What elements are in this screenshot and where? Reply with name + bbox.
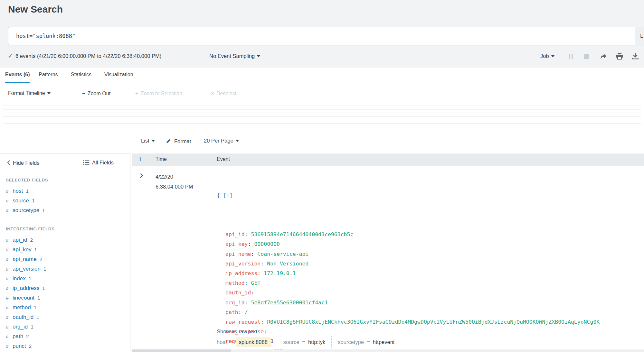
json-value[interactable]: 5e8df7ea55e6300001cf4ac1: [251, 300, 327, 306]
horizontal-scrollbar-thumb[interactable]: [132, 349, 231, 352]
field-item-api_name[interactable]: aapi_name2: [6, 255, 46, 264]
field-name[interactable]: ip_address: [13, 285, 39, 291]
json-key[interactable]: ip_address: [225, 270, 257, 276]
interesting-fields-header: INTERESTING FIELDS: [6, 227, 55, 231]
field-name[interactable]: method: [13, 304, 31, 310]
chevron-down-icon: [257, 55, 260, 57]
job-menu-button[interactable]: Job: [540, 53, 554, 59]
per-page-dropdown[interactable]: 20 Per Page: [204, 138, 239, 144]
per-page-label: 20 Per Page: [204, 138, 233, 144]
field-item-ip_address[interactable]: aip_address1: [6, 283, 46, 293]
hide-fields-button[interactable]: Hide Fields: [7, 159, 40, 166]
json-key[interactable]: method: [225, 280, 245, 286]
json-key[interactable]: api_name: [225, 251, 251, 257]
json-value[interactable]: GET: [251, 280, 260, 286]
event-sampling-dropdown[interactable]: No Event Sampling: [209, 53, 260, 59]
field-item-source[interactable]: asource1: [6, 196, 45, 206]
json-key[interactable]: org_id: [225, 300, 245, 306]
field-item-oauth_id[interactable]: aoauth_id1: [6, 312, 46, 322]
meta-field-value[interactable]: httpevent: [373, 339, 395, 345]
results-tabs: Events (6) Patterns Statistics Visualiza…: [0, 68, 644, 83]
search-input[interactable]: host="splunk:8088": [8, 27, 635, 45]
expand-event-chevron[interactable]: [140, 173, 143, 180]
field-name[interactable]: sourcetype: [13, 207, 39, 213]
json-key[interactable]: api_version: [225, 261, 260, 267]
field-item-api_key[interactable]: #api_key1: [6, 245, 46, 255]
field-count: 2: [30, 237, 33, 243]
field-name[interactable]: host: [13, 188, 23, 194]
field-name[interactable]: source: [13, 198, 29, 204]
equals-sign: =: [367, 339, 370, 345]
tab-events[interactable]: Events (6): [5, 72, 30, 78]
json-value[interactable]: Non Versioned: [267, 261, 308, 267]
field-item-linecount[interactable]: #linecount1: [6, 293, 46, 303]
pause-job-button[interactable]: [569, 54, 574, 60]
field-type-icon: a: [6, 255, 11, 264]
json-collapse-toggle[interactable]: [-]: [223, 192, 233, 199]
deselect-button[interactable]: ×Deselect: [211, 90, 236, 97]
field-name[interactable]: api_key: [13, 246, 32, 253]
field-name[interactable]: api_version: [13, 266, 41, 272]
json-value[interactable]: loan-service-api: [257, 251, 308, 257]
json-field-api_version: api_version: Non Versioned: [217, 259, 600, 269]
all-fields-button[interactable]: All Fields: [83, 159, 114, 166]
json-value[interactable]: R0VUIC8gSFRUUC8xLjENCkhvc3Q6IGxvY2FsaG9z…: [267, 319, 600, 325]
format-results-button[interactable]: Format: [166, 138, 191, 144]
success-check-icon: ✓: [8, 52, 13, 60]
field-type-icon: a: [6, 341, 11, 351]
json-key[interactable]: oauth_id: [225, 290, 251, 296]
json-key[interactable]: path: [225, 309, 238, 315]
json-key[interactable]: raw_request: [225, 319, 260, 325]
tab-visualization[interactable]: Visualization: [104, 72, 133, 78]
field-item-punct[interactable]: apunct2: [6, 341, 46, 351]
json-value[interactable]: 00000000: [254, 241, 279, 247]
horizontal-scrollbar[interactable]: [132, 349, 644, 352]
json-colon: :: [251, 251, 257, 257]
field-count: 1: [42, 285, 45, 291]
json-value[interactable]: /: [245, 309, 248, 315]
field-count: 1: [31, 324, 33, 329]
field-item-api_id[interactable]: aapi_id2: [6, 235, 46, 245]
format-timeline-button[interactable]: Format Timeline: [8, 90, 51, 96]
json-value[interactable]: 536915894e71466440400d3ce963cb5c: [251, 231, 353, 237]
interesting-fields-list: aapi_id2#api_key1aapi_name2aapi_version1…: [6, 235, 46, 351]
json-value[interactable]: 172.19.0.1: [264, 270, 296, 276]
json-field-raw_request: raw_request: R0VUIC8gSFRUUC8xLjENCkhvc3Q…: [217, 317, 600, 327]
show-raw-text-link[interactable]: Show as raw text: [217, 329, 257, 335]
pause-icon: [569, 54, 570, 59]
column-header-time: Time: [156, 156, 167, 162]
field-name[interactable]: org_id: [13, 324, 28, 330]
field-name[interactable]: index: [13, 275, 26, 282]
tab-patterns[interactable]: Patterns: [39, 72, 58, 78]
zoom-to-selection-button[interactable]: +Zoom to Selection: [135, 90, 182, 97]
zoom-out-button[interactable]: −Zoom Out: [82, 90, 110, 97]
tab-statistics[interactable]: Statistics: [71, 72, 91, 78]
field-item-index[interactable]: aindex1: [6, 274, 46, 283]
field-name[interactable]: linecount: [13, 295, 34, 301]
stop-job-button[interactable]: [584, 54, 589, 59]
field-name[interactable]: punct: [13, 343, 26, 349]
field-name[interactable]: oauth_id: [13, 314, 33, 320]
export-button[interactable]: [632, 52, 639, 61]
format-timeline-label: Format Timeline: [8, 90, 45, 96]
field-item-method[interactable]: amethod1: [6, 303, 46, 312]
print-button[interactable]: [616, 52, 623, 61]
meta-field-value[interactable]: http:tyk: [308, 339, 325, 345]
share-button[interactable]: [600, 52, 607, 61]
field-item-api_version[interactable]: aapi_version1: [6, 264, 46, 274]
meta-field-value[interactable]: splunk:8088: [236, 337, 271, 347]
json-key[interactable]: api_id: [225, 231, 245, 237]
time-range-picker-button[interactable]: L: [635, 27, 644, 45]
field-name[interactable]: path: [13, 333, 23, 339]
field-item-path[interactable]: apath2: [6, 332, 46, 341]
field-name[interactable]: api_id: [13, 237, 27, 243]
list-view-dropdown[interactable]: List: [141, 138, 155, 144]
field-type-icon: a: [6, 196, 11, 206]
events-timeline-chart[interactable]: [0, 103, 644, 128]
json-key[interactable]: api_key: [225, 241, 248, 247]
field-name[interactable]: api_name: [13, 256, 37, 262]
field-count: 2: [26, 334, 29, 339]
field-item-host[interactable]: ahost1: [6, 186, 45, 196]
field-item-sourcetype[interactable]: asourcetype1: [6, 206, 45, 215]
field-item-org_id[interactable]: aorg_id1: [6, 322, 46, 332]
